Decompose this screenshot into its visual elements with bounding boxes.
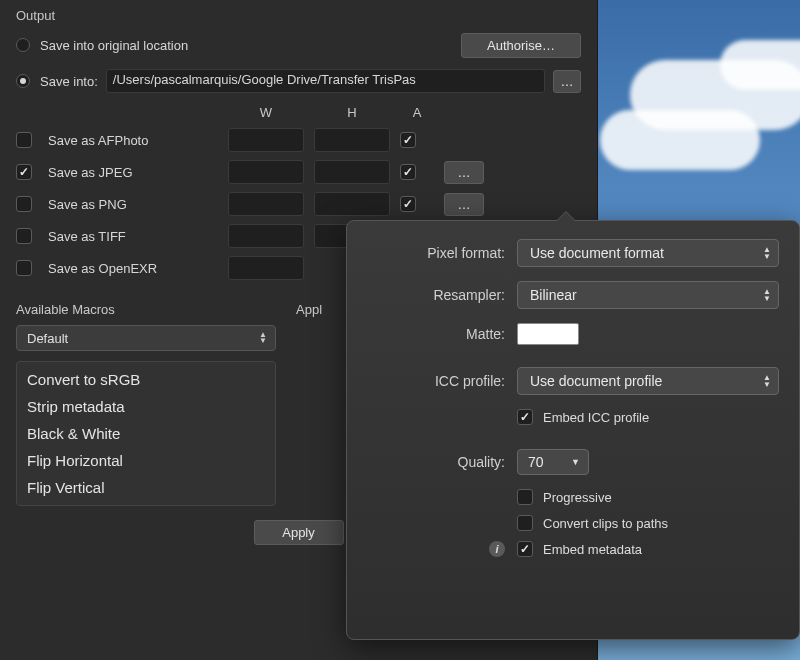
height-input[interactable] — [314, 160, 390, 184]
format-label: Save as OpenEXR — [48, 261, 218, 276]
resampler-select[interactable]: Bilinear ▲▼ — [517, 281, 779, 309]
width-input[interactable] — [228, 192, 304, 216]
format-check-openexr[interactable] — [16, 260, 32, 276]
width-input[interactable] — [228, 128, 304, 152]
quality-select[interactable]: 70 ▼ — [517, 449, 589, 475]
width-input[interactable] — [228, 224, 304, 248]
list-item[interactable]: Strip metadata — [17, 393, 275, 420]
progressive-checkbox[interactable] — [517, 489, 533, 505]
embed-icc-label: Embed ICC profile — [543, 410, 649, 425]
jpeg-options-popover: Pixel format: Use document format ▲▼ Res… — [346, 220, 800, 640]
icc-profile-label: ICC profile: — [367, 373, 517, 389]
available-macros-title: Available Macros — [16, 302, 276, 317]
col-header-w: W — [228, 105, 304, 120]
macro-set-select[interactable]: Default ▲▼ — [16, 325, 276, 351]
pixel-format-select[interactable]: Use document format ▲▼ — [517, 239, 779, 267]
updown-icon: ▲▼ — [763, 288, 771, 302]
quality-label: Quality: — [367, 454, 517, 470]
caret-down-icon: ▼ — [571, 457, 580, 467]
icc-profile-select[interactable]: Use document profile ▲▼ — [517, 367, 779, 395]
embed-metadata-label: Embed metadata — [543, 542, 642, 557]
embed-icc-checkbox[interactable] — [517, 409, 533, 425]
col-header-a: A — [400, 105, 434, 120]
convert-clips-checkbox[interactable] — [517, 515, 533, 531]
format-label: Save as JPEG — [48, 165, 218, 180]
progressive-label: Progressive — [543, 490, 612, 505]
matte-color-swatch[interactable] — [517, 323, 579, 345]
convert-clips-label: Convert clips to paths — [543, 516, 668, 531]
format-options-jpeg[interactable]: … — [444, 161, 484, 184]
pixel-format-label: Pixel format: — [367, 245, 517, 261]
width-input[interactable] — [228, 160, 304, 184]
width-input[interactable] — [228, 256, 304, 280]
col-header-h: H — [314, 105, 390, 120]
updown-icon: ▲▼ — [763, 246, 771, 260]
embed-metadata-checkbox[interactable] — [517, 541, 533, 557]
updown-icon: ▲▼ — [763, 374, 771, 388]
aspect-check[interactable] — [400, 196, 416, 212]
format-check-afphoto[interactable] — [16, 132, 32, 148]
resampler-label: Resampler: — [367, 287, 517, 303]
matte-label: Matte: — [367, 326, 517, 342]
format-check-jpeg[interactable] — [16, 164, 32, 180]
save-original-label: Save into original location — [40, 38, 188, 53]
list-item[interactable]: Black & White — [17, 420, 275, 447]
radio-save-original[interactable] — [16, 38, 30, 52]
height-input[interactable] — [314, 128, 390, 152]
format-label: Save as TIFF — [48, 229, 218, 244]
output-section-title: Output — [16, 8, 581, 23]
browse-button[interactable]: … — [553, 70, 581, 93]
authorise-button[interactable]: Authorise… — [461, 33, 581, 58]
info-icon[interactable]: i — [489, 541, 505, 557]
updown-icon: ▲▼ — [257, 332, 269, 344]
apply-button[interactable]: Apply — [254, 520, 344, 545]
list-item[interactable]: Convert to sRGB — [17, 366, 275, 393]
format-check-tiff[interactable] — [16, 228, 32, 244]
list-item[interactable]: Flip Vertical — [17, 474, 275, 501]
height-input[interactable] — [314, 192, 390, 216]
save-into-path-field[interactable]: /Users/pascalmarquis/Google Drive/Transf… — [106, 69, 545, 93]
format-label: Save as AFPhoto — [48, 133, 218, 148]
list-item[interactable]: Flip Horizontal — [17, 447, 275, 474]
aspect-check[interactable] — [400, 132, 416, 148]
aspect-check[interactable] — [400, 164, 416, 180]
format-check-png[interactable] — [16, 196, 32, 212]
save-into-label: Save into: — [40, 74, 98, 89]
radio-save-into[interactable] — [16, 74, 30, 88]
format-options-png[interactable]: … — [444, 193, 484, 216]
format-label: Save as PNG — [48, 197, 218, 212]
macro-listbox[interactable]: Convert to sRGB Strip metadata Black & W… — [16, 361, 276, 506]
